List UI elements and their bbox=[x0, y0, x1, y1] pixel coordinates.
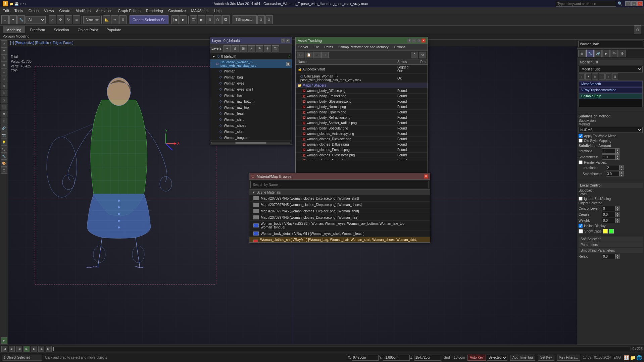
render-smooth-down[interactable]: ▼ bbox=[620, 174, 624, 176]
lt-t14[interactable]: 🎨 bbox=[1, 160, 7, 167]
lt-t10[interactable]: 📷 bbox=[1, 132, 7, 139]
layer-scroll-track[interactable] bbox=[211, 142, 290, 144]
tb-render-scene[interactable]: 🎬 bbox=[190, 15, 197, 24]
layer-merge[interactable]: ⊞ bbox=[240, 45, 247, 52]
rp-motion-icon[interactable]: ▶ bbox=[602, 50, 610, 57]
render-smooth-arrows[interactable]: ▲ ▼ bbox=[620, 171, 624, 176]
material-search-input[interactable] bbox=[250, 181, 429, 188]
weight-up[interactable]: ▲ bbox=[615, 218, 620, 220]
stack-icon-1[interactable]: ⌂ bbox=[579, 73, 585, 80]
crease-arrows[interactable]: ▲ ▼ bbox=[615, 212, 620, 217]
cage-color-1[interactable] bbox=[603, 229, 608, 234]
layer-scroll-thumb[interactable] bbox=[235, 142, 266, 144]
tl-prev-frame[interactable]: ◀ bbox=[16, 346, 22, 352]
asset-tb-3[interactable]: ☰ bbox=[313, 52, 320, 58]
stack-icon-2[interactable]: ✦ bbox=[585, 73, 591, 80]
menu-edit[interactable]: Edit bbox=[0, 8, 12, 13]
autokey-btn[interactable]: Auto Key bbox=[467, 355, 486, 361]
modifier-search[interactable] bbox=[578, 41, 643, 47]
lt-t13[interactable]: 🔧 bbox=[1, 153, 7, 160]
tb-rotate-btn[interactable]: ↻ bbox=[65, 15, 72, 24]
layer-item-woman-bag[interactable]: ⬡ Woman_bag bbox=[210, 74, 292, 80]
lt-t9[interactable]: 🔗 bbox=[1, 125, 7, 132]
y-coord[interactable]: -1,885cm bbox=[383, 355, 410, 361]
tb-select-btn[interactable]: ↗ bbox=[49, 15, 56, 24]
asset-row-aniso[interactable]: 🖼woman_clothes_Anisotropy.png Found bbox=[296, 131, 428, 137]
mat-item-4[interactable]: Map #2070297945 (woman_clothes_Dicplace.… bbox=[249, 214, 430, 221]
render-iter-down[interactable]: ▼ bbox=[620, 168, 624, 170]
menu-graph-editors[interactable]: Graph Editors bbox=[115, 8, 143, 13]
tab-freeform[interactable]: Freeform bbox=[27, 27, 49, 33]
render-smoothness-input[interactable] bbox=[606, 171, 620, 176]
tb-polygon-mode[interactable]: ⬡ bbox=[634, 25, 641, 34]
relax-input[interactable] bbox=[602, 254, 615, 259]
menu-maxscript[interactable]: MAXScript bbox=[189, 8, 211, 13]
asset-row-specular[interactable]: 🖼woman_body_Specular.png Found bbox=[296, 126, 428, 131]
render-iterations-input[interactable] bbox=[606, 165, 620, 170]
lt-t12[interactable]: ⛶ bbox=[1, 146, 7, 153]
menu-customize[interactable]: Customize bbox=[166, 8, 189, 13]
asset-tb-4[interactable]: ⊞ bbox=[321, 52, 329, 58]
layer-item[interactable]: ▶ ⬡ 0 (default) ✓ bbox=[210, 53, 292, 59]
layer-help-btn[interactable]: ? bbox=[281, 39, 285, 43]
tl-start[interactable]: |◀ bbox=[1, 346, 7, 352]
layer-vis[interactable]: 👁 bbox=[256, 45, 263, 52]
asset-scroll-area[interactable]: Name Status Pro 🔒 Autodesk Vault Logged … bbox=[296, 59, 428, 160]
crease-down[interactable]: ▼ bbox=[615, 214, 620, 217]
lt-t15[interactable]: ⊡ bbox=[1, 167, 7, 174]
smoothness-input[interactable] bbox=[602, 154, 615, 160]
close-button[interactable]: ✕ bbox=[637, 1, 643, 6]
lt-rotate[interactable]: ↻ bbox=[1, 54, 7, 61]
tb-anim[interactable]: ▶ bbox=[180, 15, 187, 24]
menu-animation[interactable]: Animation bbox=[93, 8, 115, 13]
layer-item-jaw-top[interactable]: ⬡ Woman_jaw_top bbox=[210, 104, 292, 110]
tb-tool1[interactable]: ✦ bbox=[9, 15, 17, 24]
lt-select[interactable]: ↗ bbox=[1, 40, 7, 47]
layer-item-shirt[interactable]: ⬡ Woman_shirt bbox=[210, 116, 292, 122]
tb-material-editor[interactable]: ⬡ bbox=[214, 15, 221, 24]
relax-down[interactable]: ▼ bbox=[615, 256, 620, 259]
asset-row-dicplace[interactable]: 🖼woman_clothes_Dicplace.png Found bbox=[296, 137, 428, 142]
asset-settings-icon[interactable]: ⚙ bbox=[419, 52, 426, 58]
mat-item-1[interactable]: Map #2070297945 (woman_clothes_Dicplace.… bbox=[249, 195, 430, 202]
layer-render[interactable]: 🎬 bbox=[272, 45, 279, 52]
tb-extra1[interactable]: ⚙ bbox=[257, 15, 265, 24]
stack-icon-5[interactable]: ↓ bbox=[605, 73, 611, 80]
ctrl-level-down[interactable]: ▼ bbox=[615, 208, 620, 211]
maximize-button[interactable]: □ bbox=[631, 1, 637, 6]
tb-move-btn[interactable]: ✛ bbox=[57, 15, 64, 24]
layer-item-shoes[interactable]: ⬡ Woman_shoes bbox=[210, 122, 292, 128]
mat-close-btn[interactable]: ✕ bbox=[424, 174, 428, 178]
menu-help[interactable]: Help bbox=[211, 8, 225, 13]
isoline-display-cb[interactable] bbox=[579, 224, 583, 228]
iterations-down[interactable]: ▼ bbox=[615, 151, 620, 154]
layer-item-tongue[interactable]: ⬡ Woman_tongue bbox=[210, 135, 292, 141]
lt-t8[interactable]: ⊞ bbox=[1, 118, 7, 124]
ctrl-level-arrows[interactable]: ▲ ▼ bbox=[615, 206, 620, 211]
add-time-tag-btn[interactable]: Add Time Tag bbox=[510, 355, 535, 361]
rp-create-icon[interactable]: ⊕ bbox=[578, 50, 586, 57]
lt-t1[interactable]: ⬡ bbox=[1, 68, 7, 75]
asset-row-clothes-diff[interactable]: 🖼woman_clothes_Diffuse.png Found bbox=[296, 142, 428, 147]
rp-utilities-icon[interactable]: ⚙ bbox=[618, 50, 626, 57]
layer-freeze[interactable]: ❄ bbox=[264, 45, 271, 52]
tab-modeling[interactable]: Modeling bbox=[3, 27, 25, 33]
smoothness-arrows[interactable]: ▲ ▼ bbox=[615, 154, 620, 160]
ctrl-level-input[interactable] bbox=[602, 206, 615, 211]
old-style-mapping-cb[interactable] bbox=[579, 139, 583, 143]
layer-item-woman[interactable]: ⬡ Woman bbox=[210, 68, 292, 74]
keyword-search[interactable] bbox=[556, 1, 616, 7]
layer-delete[interactable]: 🗑 bbox=[232, 45, 239, 52]
ignore-backfacing-cb[interactable] bbox=[579, 197, 583, 201]
asset-menu-options[interactable]: Options bbox=[391, 45, 408, 50]
tb-render-region[interactable]: ⊟ bbox=[206, 15, 213, 24]
tb-snap[interactable]: 📐 bbox=[103, 15, 110, 24]
tb-extra2[interactable]: ⚙ bbox=[265, 15, 273, 24]
lt-t11[interactable]: 💡 bbox=[1, 139, 7, 146]
render-iter-arrows[interactable]: ▲ ▼ bbox=[620, 165, 624, 170]
lt-t6[interactable]: ⬛ bbox=[1, 104, 7, 110]
menu-tools[interactable]: Tools bbox=[12, 8, 26, 13]
lt-t4[interactable]: ◎ bbox=[1, 90, 7, 96]
tab-populate[interactable]: Populate bbox=[103, 27, 125, 33]
rp-hierarchy-icon[interactable]: 🔗 bbox=[594, 50, 602, 57]
